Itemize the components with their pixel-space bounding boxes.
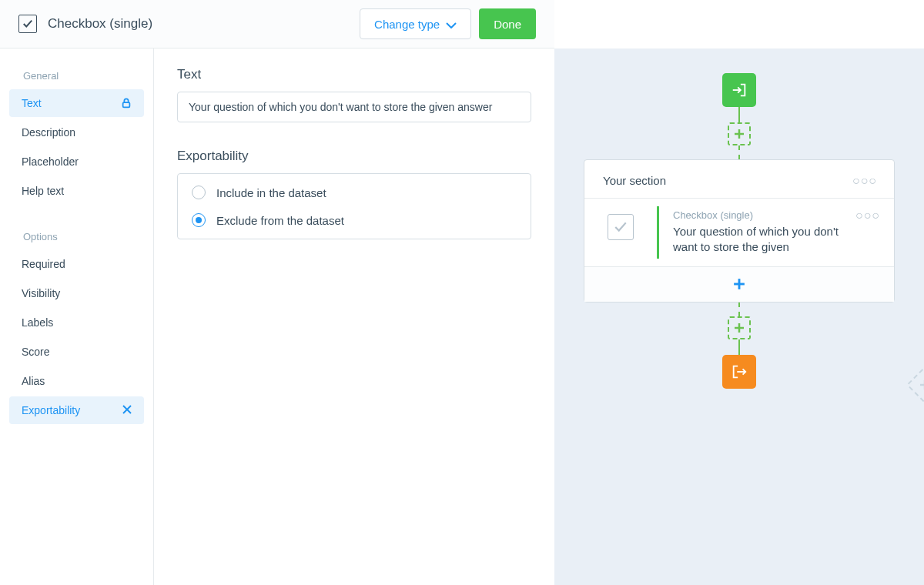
checkbox-icon	[18, 15, 37, 33]
sidebar-item-label: Placeholder	[22, 155, 79, 168]
done-button[interactable]: Done	[479, 8, 536, 39]
sidebar-item-label: Description	[22, 126, 75, 139]
change-type-button[interactable]: Change type	[360, 8, 471, 39]
sidebar-item-label: Text	[22, 97, 42, 109]
sidebar-item-exportability[interactable]: Exportability	[9, 396, 144, 424]
sidebar: General Text Description Placeholder Hel…	[0, 48, 154, 585]
editor-main: Text Exportability Include in the datase…	[154, 48, 554, 585]
close-icon[interactable]	[122, 404, 132, 416]
lock-icon	[121, 98, 132, 109]
sidebar-item-visibility[interactable]: Visibility	[9, 279, 144, 307]
radio-include[interactable]: Include in the dataset	[178, 179, 531, 206]
question-text-input[interactable]	[177, 92, 531, 122]
flow-add-top[interactable]	[728, 122, 751, 145]
sidebar-item-score[interactable]: Score	[9, 338, 144, 366]
sidebar-item-label: Help text	[22, 185, 64, 197]
radio-label: Exclude from the dataset	[216, 214, 344, 227]
sidebar-item-label: Labels	[22, 316, 53, 329]
more-icon[interactable]: ○○○	[855, 209, 880, 222]
flow-section-card[interactable]: Your section ○○○ Checkbox (single) Your …	[584, 159, 895, 303]
radio-exclude[interactable]: Exclude from the dataset	[178, 206, 531, 234]
sidebar-item-helptext[interactable]: Help text	[9, 177, 144, 205]
page-title: Checkbox (single)	[48, 16, 152, 32]
sidebar-item-labels[interactable]: Labels	[9, 309, 144, 336]
section-title: Your section	[603, 174, 666, 187]
radio-icon	[192, 213, 206, 227]
done-label: Done	[494, 18, 521, 31]
sidebar-item-alias[interactable]: Alias	[9, 367, 144, 395]
flow-question-card[interactable]: Checkbox (single) Your question of which…	[584, 198, 894, 266]
sidebar-item-label: Score	[22, 346, 50, 358]
add-question-button[interactable]	[584, 266, 894, 302]
change-type-label: Change type	[374, 18, 440, 31]
sidebar-item-label: Alias	[22, 375, 45, 387]
sidebar-item-required[interactable]: Required	[9, 250, 144, 278]
more-icon[interactable]: ○○○	[852, 179, 877, 182]
flow-add-bottom[interactable]	[728, 316, 751, 339]
radio-label: Include in the dataset	[216, 186, 326, 199]
sidebar-item-text[interactable]: Text	[9, 89, 144, 117]
sidebar-item-description[interactable]: Description	[9, 119, 144, 146]
sidebar-item-placeholder[interactable]: Placeholder	[9, 148, 144, 176]
chevron-down-icon	[446, 18, 457, 31]
sidebar-group-options: Options	[9, 225, 144, 250]
section-label-text: Text	[177, 67, 531, 82]
flow-end-node[interactable]	[722, 355, 756, 389]
section-label-exportability: Exportability	[177, 149, 531, 164]
sidebar-item-label: Visibility	[22, 287, 60, 299]
flow-preview: Your section ○○○ Checkbox (single) Your …	[554, 48, 924, 585]
checkbox-icon	[608, 214, 634, 240]
exportability-radio-group: Include in the dataset Exclude from the …	[177, 173, 531, 239]
question-type-label: Checkbox (single)	[673, 209, 843, 221]
editor-header: Checkbox (single) Change type Done	[0, 0, 554, 48]
radio-icon	[192, 186, 206, 199]
flow-start-node[interactable]	[722, 73, 756, 107]
question-text-preview: Your question of which you don't want to…	[673, 224, 843, 256]
svg-rect-0	[123, 102, 130, 107]
sidebar-group-general: General	[9, 64, 144, 89]
flow-branch-add[interactable]	[906, 366, 924, 403]
sidebar-item-label: Exportability	[22, 404, 80, 416]
sidebar-item-label: Required	[22, 258, 65, 270]
